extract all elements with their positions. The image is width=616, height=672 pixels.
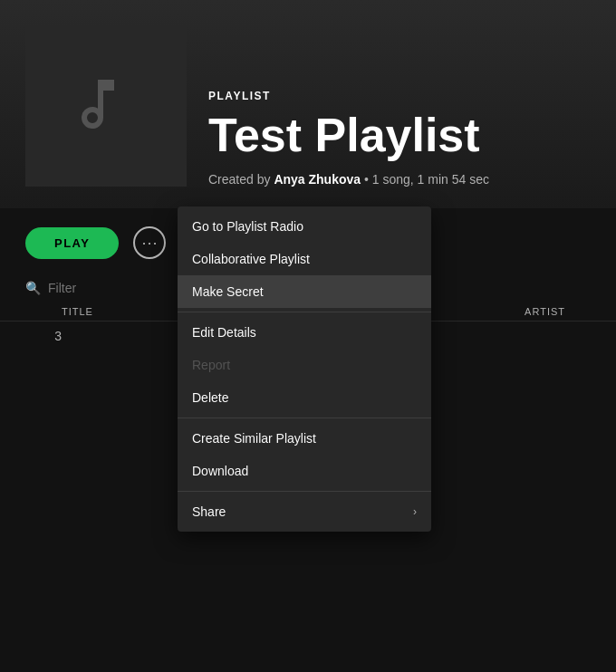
track-number: 3 xyxy=(25,329,62,343)
menu-item-label: Collaborative Playlist xyxy=(192,252,310,266)
created-by-prefix: Created by xyxy=(208,172,270,187)
meta-details: • 1 song, 1 min 54 sec xyxy=(364,172,489,187)
menu-item-edit-details[interactable]: Edit Details xyxy=(178,316,431,349)
menu-item-collaborative-playlist[interactable]: Collaborative Playlist xyxy=(178,243,431,275)
menu-item-report: Report xyxy=(178,349,431,381)
menu-item-label: Make Secret xyxy=(192,284,264,299)
menu-item-go-to-playlist-radio[interactable]: Go to Playlist Radio xyxy=(178,210,431,243)
menu-item-label: Delete xyxy=(192,390,228,405)
menu-item-label: Go to Playlist Radio xyxy=(192,219,303,234)
menu-item-download[interactable]: Download xyxy=(178,455,431,487)
more-dots-icon: ··· xyxy=(141,234,158,253)
menu-item-share[interactable]: Share › xyxy=(178,495,431,528)
creator-name: Anya Zhukova xyxy=(274,172,361,187)
playlist-title: Test Playlist xyxy=(208,110,489,161)
playlist-type: PLAYLIST xyxy=(208,90,489,102)
menu-item-label: Download xyxy=(192,464,248,478)
album-art xyxy=(25,25,187,187)
search-icon: 🔍 xyxy=(25,281,41,295)
menu-item-label: Edit Details xyxy=(192,325,256,340)
menu-divider-1 xyxy=(178,312,431,312)
more-options-button[interactable]: ··· xyxy=(133,226,166,259)
menu-item-label: Create Similar Playlist xyxy=(192,431,316,446)
menu-item-label: Report xyxy=(192,358,230,372)
context-menu: Go to Playlist Radio Collaborative Playl… xyxy=(178,206,431,532)
menu-item-make-secret[interactable]: Make Secret xyxy=(178,275,431,308)
header-section: PLAYLIST Test Playlist Created by Anya Z… xyxy=(0,0,616,208)
artist-column-header: ARTIST xyxy=(409,306,591,317)
menu-divider-3 xyxy=(178,491,431,492)
music-note-icon xyxy=(73,72,139,140)
playlist-meta: Created by Anya Zhukova • 1 song, 1 min … xyxy=(208,172,489,187)
menu-item-label: Share xyxy=(192,504,226,519)
menu-item-delete[interactable]: Delete xyxy=(178,381,431,414)
play-button[interactable]: PLAY xyxy=(25,227,119,259)
menu-divider-2 xyxy=(178,418,431,418)
chevron-right-icon: › xyxy=(413,505,417,518)
menu-item-create-similar-playlist[interactable]: Create Similar Playlist xyxy=(178,422,431,455)
playlist-info: PLAYLIST Test Playlist Created by Anya Z… xyxy=(208,90,489,187)
